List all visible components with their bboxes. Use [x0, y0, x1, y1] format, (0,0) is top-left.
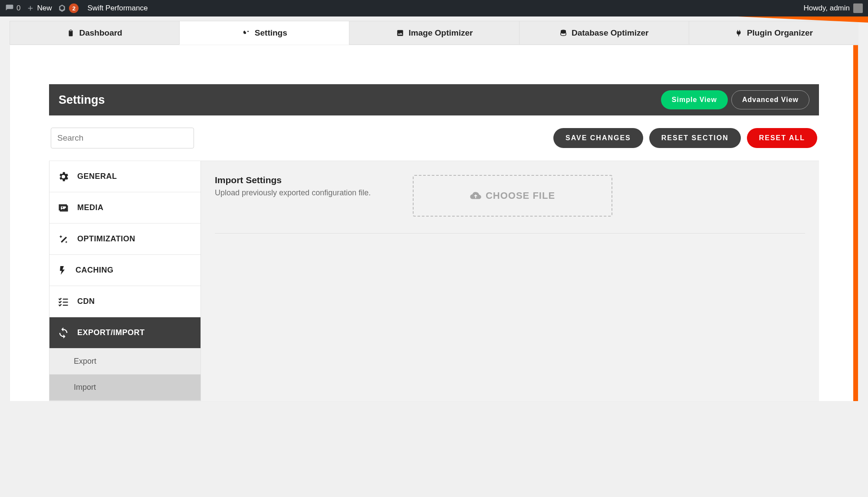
tab-label: Plugin Organizer	[747, 28, 813, 38]
search-input[interactable]	[51, 128, 194, 148]
page-title: Settings	[59, 93, 105, 107]
sidebar-item-label: GENERAL	[77, 172, 117, 181]
comment-icon	[5, 4, 14, 13]
ab-breadcrumb[interactable]: Swift Performance	[87, 4, 148, 13]
sidebar-item-general[interactable]: GENERAL	[49, 161, 201, 192]
save-changes-button[interactable]: SAVE CHANGES	[553, 128, 643, 148]
ab-breadcrumb-label: Swift Performance	[87, 4, 148, 13]
advanced-view-button[interactable]: Advanced View	[731, 90, 809, 109]
cloud-upload-icon	[470, 190, 481, 201]
sidebar-item-optimization[interactable]: OPTIMIZATION	[49, 224, 201, 255]
orange-strip	[853, 45, 858, 401]
gear-icon	[57, 171, 69, 183]
simple-view-button[interactable]: Simple View	[661, 90, 728, 109]
sub-item-label: Import	[74, 383, 96, 392]
sidebar-item-label: OPTIMIZATION	[77, 234, 135, 244]
ab-new-label: New	[37, 4, 52, 13]
choose-file-label: CHOOSE FILE	[486, 190, 555, 201]
reset-all-button[interactable]: RESET ALL	[747, 128, 817, 148]
svg-point-1	[247, 30, 249, 32]
reset-section-button[interactable]: RESET SECTION	[649, 128, 741, 148]
yoast-icon	[58, 4, 66, 13]
sub-item-label: Export	[74, 357, 96, 366]
list-check-icon	[57, 296, 69, 308]
sidebar-item-label: CDN	[77, 297, 95, 306]
sidebar-item-media[interactable]: MEDIA	[49, 192, 201, 224]
plug-icon	[735, 29, 743, 37]
ab-comments-count: 0	[16, 4, 20, 13]
cogs-icon	[242, 29, 250, 37]
image-icon	[396, 29, 404, 37]
sidebar-item-cdn[interactable]: CDN	[49, 286, 201, 317]
clipboard-icon	[67, 29, 75, 37]
database-icon	[559, 29, 567, 37]
choose-file-button[interactable]: CHOOSE FILE	[413, 175, 612, 217]
image-icon	[57, 202, 69, 214]
tab-label: Image Optimizer	[409, 28, 473, 38]
tab-image-optimizer[interactable]: Image Optimizer	[349, 21, 519, 45]
tab-dashboard[interactable]: Dashboard	[10, 21, 179, 45]
ab-howdy[interactable]: Howdy, admin	[804, 4, 850, 13]
plus-icon	[26, 4, 34, 12]
sub-item-export[interactable]: Export	[49, 349, 201, 375]
ab-yoast[interactable]: 2	[58, 3, 79, 13]
import-settings-desc: Upload previously exported configuration…	[215, 187, 397, 198]
wand-icon	[57, 233, 69, 245]
ab-comments[interactable]: 0	[5, 4, 20, 13]
bolt-icon	[57, 264, 68, 276]
sidebar-item-export-import[interactable]: EXPORT/IMPORT	[49, 317, 201, 349]
import-settings-title: Import Settings	[215, 175, 397, 185]
tab-settings[interactable]: Settings	[179, 21, 349, 45]
sidebar-item-label: CACHING	[76, 266, 114, 275]
sidebar-item-caching[interactable]: CACHING	[49, 255, 201, 286]
ab-new[interactable]: New	[26, 4, 52, 13]
tab-label: Settings	[255, 28, 287, 38]
sub-item-import[interactable]: Import	[49, 375, 201, 401]
sidebar-item-label: EXPORT/IMPORT	[77, 328, 145, 337]
tab-database-optimizer[interactable]: Database Optimizer	[519, 21, 689, 45]
sync-icon	[57, 327, 69, 339]
tab-label: Database Optimizer	[572, 28, 648, 38]
avatar[interactable]	[853, 3, 863, 13]
sidebar-item-label: MEDIA	[77, 203, 104, 212]
ab-yoast-badge: 2	[69, 3, 79, 13]
svg-point-3	[62, 207, 63, 208]
tab-plugin-organizer[interactable]: Plugin Organizer	[689, 21, 858, 45]
tab-label: Dashboard	[79, 28, 122, 38]
